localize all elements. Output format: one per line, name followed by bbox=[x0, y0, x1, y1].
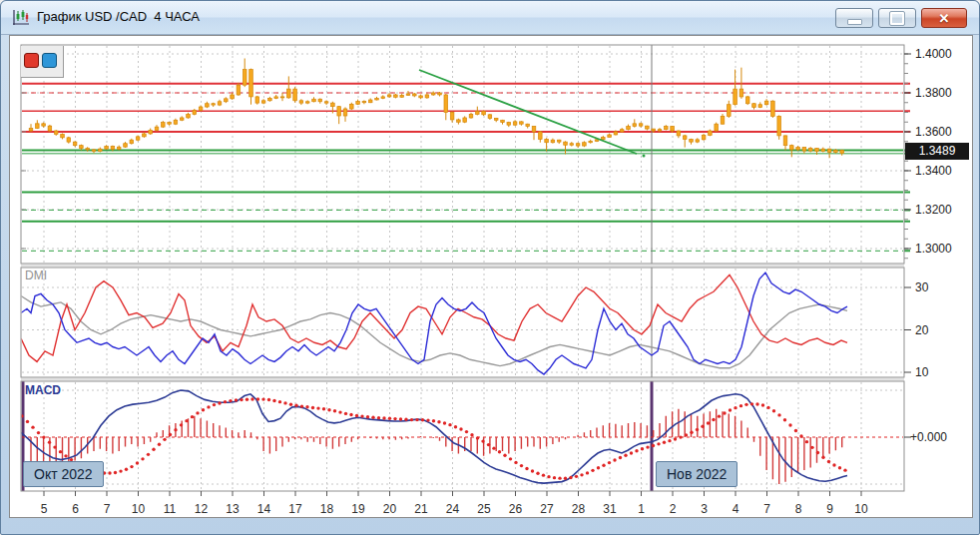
dmi-pane-label: DMI bbox=[25, 268, 47, 282]
chart-client-area bbox=[9, 35, 973, 518]
macd-pane-label: MACD bbox=[25, 383, 61, 397]
title-bar[interactable]: График USD /CAD 4 ЧАСА ✕ bbox=[1, 1, 979, 35]
close-button[interactable]: ✕ bbox=[921, 8, 967, 28]
red-square-button[interactable] bbox=[24, 53, 39, 68]
restore-button[interactable] bbox=[878, 8, 916, 28]
current-price-badge: 1.3489 bbox=[905, 143, 969, 160]
close-icon: ✕ bbox=[939, 12, 950, 25]
window-title: График USD /CAD 4 ЧАСА bbox=[37, 9, 200, 24]
chart-window: График USD /CAD 4 ЧАСА ✕ 1.40001.38001.3… bbox=[0, 0, 980, 535]
chart-icon bbox=[11, 8, 31, 28]
window-controls: ✕ bbox=[835, 8, 967, 28]
month-label-october: Окт 2022 bbox=[23, 461, 104, 487]
macd-zero-axis-label: +0.000 bbox=[910, 430, 947, 444]
minimize-icon bbox=[847, 19, 862, 25]
restore-icon bbox=[890, 12, 904, 25]
minimize-button[interactable] bbox=[835, 8, 873, 28]
blue-square-button[interactable] bbox=[42, 53, 57, 68]
chart-toolbar bbox=[21, 46, 64, 78]
month-label-november: Нов 2022 bbox=[656, 461, 737, 487]
